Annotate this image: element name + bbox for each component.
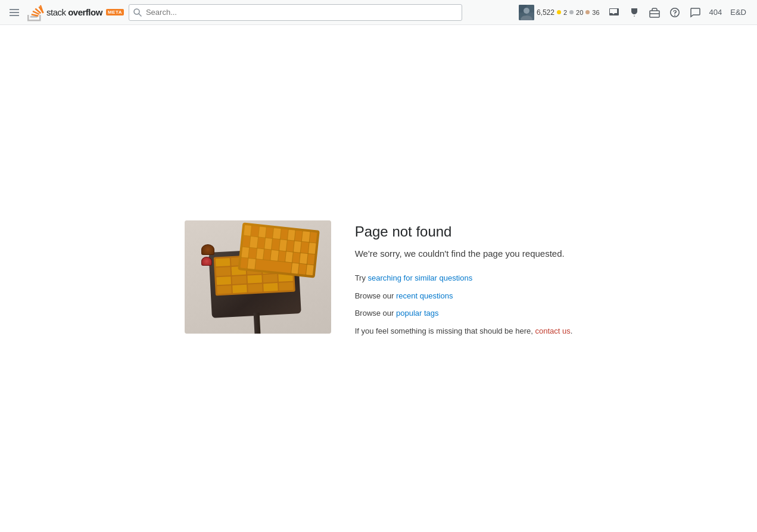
stackoverflow-logo-icon: [26, 4, 44, 21]
svg-point-5: [524, 8, 529, 14]
popular-link-row: Browse our popular tags: [355, 307, 573, 319]
inbox-button[interactable]: [605, 3, 624, 22]
help-button[interactable]: [665, 3, 684, 22]
gold-count: 2: [563, 9, 567, 16]
jobs-button[interactable]: [645, 3, 664, 22]
gold-dot: [557, 10, 561, 14]
error-title: Page not found: [355, 223, 573, 240]
recent-questions-link[interactable]: recent questions: [396, 291, 453, 300]
error-links: Try searching for similar questions Brow…: [355, 272, 573, 337]
searching-link-row: Try searching for similar questions: [355, 272, 573, 284]
silver-dot: [569, 10, 574, 14]
site-header: stack overflow META 6,522: [0, 0, 757, 25]
help-icon: [669, 7, 680, 18]
browse-recent-text: Browse our: [355, 291, 396, 300]
popular-tags-link[interactable]: popular tags: [396, 309, 439, 318]
chat-button[interactable]: [686, 3, 705, 22]
missing-text: If you feel something is missing that sh…: [355, 326, 535, 335]
hamburger-menu[interactable]: [7, 7, 21, 18]
contact-link-row: If you feel something is missing that sh…: [355, 325, 573, 337]
end-link[interactable]: E&D: [727, 5, 750, 19]
missing-end: .: [571, 326, 573, 335]
404-link[interactable]: 404: [706, 5, 726, 19]
avatar: [519, 5, 534, 20]
searching-link[interactable]: searching for similar questions: [368, 273, 473, 282]
inbox-icon: [609, 7, 619, 18]
site-logo[interactable]: stack overflow META: [26, 4, 124, 21]
error-text-content: Page not found We're sorry, we couldn't …: [355, 220, 573, 337]
error-subtitle: We're sorry, we couldn't find the page y…: [355, 247, 573, 261]
error-container: Page not found We're sorry, we couldn't …: [185, 220, 573, 337]
browse-popular-text: Browse our: [355, 309, 396, 318]
header-right: 6,522 2 20 36: [515, 2, 750, 23]
silver-count: 20: [576, 9, 583, 16]
achievements-button[interactable]: [625, 3, 644, 22]
contact-us-link[interactable]: contact us: [535, 326, 570, 335]
error-image: [185, 220, 331, 334]
recent-link-row: Browse our recent questions: [355, 290, 573, 302]
try-text: Try: [355, 273, 368, 282]
meta-badge: META: [106, 9, 124, 15]
briefcase-icon: [649, 7, 660, 18]
user-menu[interactable]: 6,522 2 20 36: [515, 2, 603, 23]
main-content: Page not found We're sorry, we couldn't …: [0, 25, 757, 532]
waffle-iron-scene: [185, 220, 331, 334]
logo-text: stack overflow: [46, 7, 102, 17]
bronze-dot: [585, 10, 590, 14]
search-input[interactable]: [129, 4, 462, 21]
bronze-count: 36: [592, 9, 599, 16]
search-box: [129, 4, 462, 21]
trophy-icon: [629, 7, 640, 18]
chat-icon: [690, 7, 700, 18]
user-reputation: 6,522: [537, 8, 554, 17]
